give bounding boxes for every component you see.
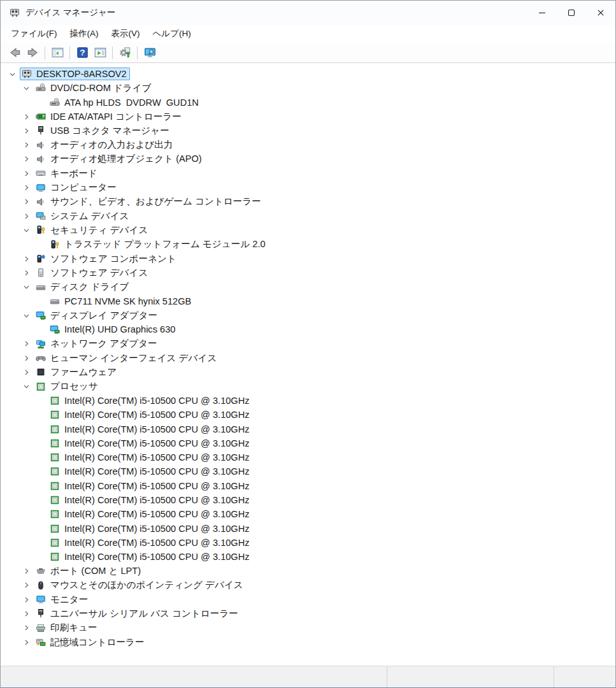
tree-item-label: Intel(R) Core(TM) i5-10500 CPU @ 3.10GHz [64, 552, 250, 562]
tree-node: ディスプレイ アダプター [34, 308, 161, 323]
tree-item[interactable]: IDE ATA/ATAPI コントローラー [1, 110, 615, 124]
tree-item[interactable]: 印刷キュー [1, 621, 615, 635]
chevron-down-icon[interactable] [18, 380, 34, 394]
tree-node: Intel(R) Core(TM) i5-10500 CPU @ 3.10GHz [48, 536, 253, 549]
chevron-right-icon[interactable] [18, 337, 34, 351]
chevron-down-icon[interactable] [18, 81, 34, 95]
tree-item[interactable]: Intel(R) Core(TM) i5-10500 CPU @ 3.10GHz [1, 493, 615, 507]
minimize-button[interactable] [527, 1, 557, 25]
tree-node: Intel(R) Core(TM) i5-10500 CPU @ 3.10GHz [48, 480, 253, 492]
tree-item[interactable]: セキュリティ デバイス [1, 223, 615, 237]
chevron-right-icon[interactable] [18, 578, 34, 592]
tree-item[interactable]: ディスク ドライブ [1, 280, 615, 294]
tree-item[interactable]: Intel(R) Core(TM) i5-10500 CPU @ 3.10GHz [1, 436, 615, 450]
tree-item[interactable]: ディスプレイ アダプター [1, 308, 615, 322]
menu-help[interactable]: ヘルプ(H) [147, 26, 197, 41]
chevron-right-icon[interactable] [18, 606, 34, 620]
chevron-right-icon[interactable] [18, 209, 34, 223]
chevron-right-icon[interactable] [18, 181, 34, 195]
tree-item[interactable]: Intel(R) Core(TM) i5-10500 CPU @ 3.10GHz [1, 536, 615, 550]
menu-view[interactable]: 表示(V) [105, 26, 147, 41]
close-button[interactable] [586, 1, 615, 25]
show-console-tree-button[interactable] [48, 45, 66, 61]
tree-item[interactable]: Intel(R) Core(TM) i5-10500 CPU @ 3.10GHz [1, 550, 615, 564]
chevron-right-icon[interactable] [18, 124, 34, 138]
tree-item[interactable]: キーボード [1, 166, 615, 180]
tree-item[interactable]: ATA hp HLDS DVDRW GUD1N [1, 96, 615, 110]
tree-item-selected[interactable]: DESKTOP-8ARSOV2 [1, 67, 615, 81]
tree-node: コンピューター [34, 180, 120, 195]
chevron-right-icon[interactable] [18, 266, 34, 280]
dvd-drive-icon [50, 97, 60, 108]
maximize-button[interactable] [557, 1, 586, 25]
ide-controller-icon [36, 111, 46, 122]
tree-item-label: ネットワーク アダプター [50, 338, 157, 350]
chevron-right-icon[interactable] [18, 564, 34, 578]
chevron-right-icon[interactable] [18, 110, 34, 124]
tree-item[interactable]: Intel(R) UHD Graphics 630 [1, 322, 615, 336]
tree-item[interactable]: サウンド、ビデオ、およびゲーム コントローラー [1, 195, 615, 209]
menu-action[interactable]: 操作(A) [64, 26, 105, 41]
tree-item-label: プロセッサ [50, 380, 98, 392]
tree-item[interactable]: Intel(R) Core(TM) i5-10500 CPU @ 3.10GHz [1, 450, 615, 464]
tree-node: Intel(R) Core(TM) i5-10500 CPU @ 3.10GHz [48, 522, 253, 535]
chevron-right-icon[interactable] [18, 166, 34, 180]
tree-item[interactable]: モニター [1, 592, 615, 606]
properties-button[interactable] [91, 45, 109, 61]
tree-item[interactable]: ソフトウェア デバイス [1, 266, 615, 280]
tree-item-label: トラステッド プラットフォーム モジュール 2.0 [64, 238, 266, 250]
tree-item[interactable]: ソフトウェア コンポーネント [1, 252, 615, 266]
tree-item[interactable]: DVD/CD-ROM ドライブ [1, 81, 615, 95]
back-button[interactable] [6, 45, 24, 61]
chevron-right-icon[interactable] [18, 635, 34, 649]
tree-item[interactable]: Intel(R) Core(TM) i5-10500 CPU @ 3.10GHz [1, 422, 615, 436]
tree-item[interactable]: Intel(R) Core(TM) i5-10500 CPU @ 3.10GHz [1, 507, 615, 521]
tree-item[interactable]: Intel(R) Core(TM) i5-10500 CPU @ 3.10GHz [1, 479, 615, 493]
chevron-right-icon[interactable] [18, 621, 34, 635]
chevron-right-icon[interactable] [18, 138, 34, 152]
tree-item[interactable]: ファームウェア [1, 365, 615, 379]
tree-item[interactable]: マウスとそのほかのポインティング デバイス [1, 578, 615, 592]
status-panel [387, 666, 554, 687]
tree-item[interactable]: Intel(R) Core(TM) i5-10500 CPU @ 3.10GHz [1, 394, 615, 408]
tree-item[interactable]: Intel(R) Core(TM) i5-10500 CPU @ 3.10GHz [1, 464, 615, 478]
scan-hardware-icon [119, 47, 131, 59]
chevron-right-icon[interactable] [18, 351, 34, 365]
tree-item[interactable]: Intel(R) Core(TM) i5-10500 CPU @ 3.10GHz [1, 408, 615, 422]
help-button[interactable] [73, 45, 91, 61]
chevron-down-icon[interactable] [18, 308, 34, 322]
tree-item[interactable]: ポート (COM と LPT) [1, 564, 615, 578]
keyboard-icon [36, 168, 46, 178]
tree-node: PC711 NVMe SK hynix 512GB [48, 295, 194, 308]
chevron-right-icon[interactable] [18, 152, 34, 166]
tree-item[interactable]: ユニバーサル シリアル バス コントローラー [1, 606, 615, 620]
chevron-down-icon[interactable] [4, 67, 20, 81]
chevron-right-icon[interactable] [18, 252, 34, 266]
tree-item[interactable]: USB コネクタ マネージャー [1, 124, 615, 138]
tree-item[interactable]: オーディオ処理オブジェクト (APO) [1, 152, 615, 166]
chevron-down-icon[interactable] [18, 223, 34, 237]
tree-item[interactable]: PC711 NVMe SK hynix 512GB [1, 294, 615, 308]
chevron-right-icon[interactable] [18, 592, 34, 606]
tree-item[interactable]: システム デバイス [1, 209, 615, 223]
chevron-right-icon[interactable] [18, 195, 34, 209]
tree-item-label: ファームウェア [50, 366, 117, 378]
tree-item[interactable]: トラステッド プラットフォーム モジュール 2.0 [1, 238, 615, 252]
chevron-right-icon[interactable] [18, 365, 34, 379]
tree-item[interactable]: Intel(R) Core(TM) i5-10500 CPU @ 3.10GHz [1, 522, 615, 536]
tree-item-label: Intel(R) Core(TM) i5-10500 CPU @ 3.10GHz [64, 524, 250, 534]
scan-hardware-changes-button[interactable] [116, 45, 134, 61]
tree-item[interactable]: ネットワーク アダプター [1, 337, 615, 351]
tree-item[interactable]: 記憶域コントローラー [1, 635, 615, 649]
mouse-icon [36, 580, 46, 591]
menu-file[interactable]: ファイル(F) [4, 26, 64, 41]
tree-item[interactable]: ヒューマン インターフェイス デバイス [1, 351, 615, 365]
forward-button[interactable] [24, 45, 41, 61]
processor-chip-icon [50, 410, 60, 420]
tree-item[interactable]: コンピューター [1, 180, 615, 194]
tree-item[interactable]: オーディオの入力および出力 [1, 138, 615, 152]
remote-computer-button[interactable] [141, 45, 159, 61]
tree-item[interactable]: プロセッサ [1, 380, 615, 394]
chevron-down-icon[interactable] [18, 280, 34, 294]
tree-node: Intel(R) Core(TM) i5-10500 CPU @ 3.10GHz [48, 437, 253, 450]
